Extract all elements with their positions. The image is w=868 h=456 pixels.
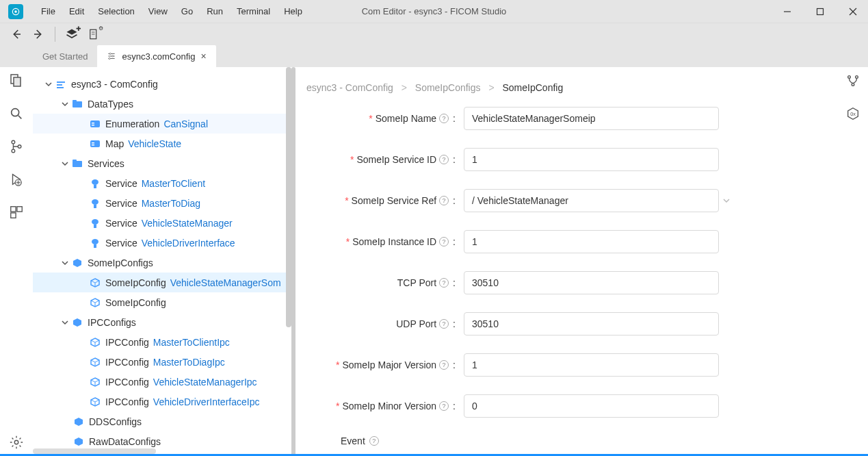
tree-link[interactable]: MasterToDiagIpc [153,357,225,368]
menu-go[interactable]: Go [176,3,198,19]
help-icon[interactable]: ? [439,319,449,329]
splitter[interactable] [291,67,295,456]
instance-id-input[interactable]: 1 [464,230,719,253]
svg-rect-28 [11,207,16,212]
minor-version-input[interactable]: 0 [464,394,719,418]
document-tool-icon[interactable]: ⚙ [86,26,102,42]
menu-selection[interactable]: Selection [92,3,140,19]
tree-link[interactable]: VehicleState [128,138,181,149]
svg-rect-39 [57,87,64,88]
tree-datatypes[interactable]: DataTypes [33,94,291,114]
tree-item-service[interactable]: Service MasterToClient [33,173,291,193]
tab-esync3-comconfig[interactable]: esync3.comConfig × [97,45,215,67]
menu-view[interactable]: View [143,3,173,19]
tree-link[interactable]: MasterToDiag [142,198,200,209]
breadcrumb-item[interactable]: esync3 - ComConfig [306,82,393,93]
menu-terminal[interactable]: Terminal [231,3,276,19]
help-icon[interactable]: ? [439,114,449,123]
help-icon[interactable]: ? [369,436,379,446]
explorer-icon[interactable] [7,71,26,90]
svg-rect-37 [57,81,65,83]
tree-link[interactable]: MasterToClient [142,178,205,189]
service-id-input[interactable]: 1 [464,148,719,171]
menu-run[interactable]: Run [201,3,228,19]
svg-point-53 [92,199,98,205]
tree-item-ipcconfig[interactable]: IPCConfig VehicleStateManagerIpc [33,372,291,392]
help-icon[interactable]: ? [439,155,449,164]
branch-icon[interactable] [843,71,863,90]
body: esync3 - ComConfig DataTypes Enumeration… [33,67,838,456]
extensions-icon[interactable] [7,203,26,222]
svg-rect-42 [90,121,100,127]
folder-icon [71,98,83,110]
svg-line-71 [95,340,99,342]
back-button[interactable] [8,26,25,42]
close-icon[interactable]: × [200,51,206,62]
hex-icon[interactable]: 0x [843,104,863,123]
minimize-button[interactable] [780,5,794,18]
svg-rect-46 [92,142,94,144]
tcp-port-input[interactable]: 30510 [464,271,719,294]
help-icon[interactable]: ? [439,237,449,246]
settings-gear-icon[interactable] [7,437,26,456]
source-control-icon[interactable] [7,137,26,156]
tree-item-ipcconfig[interactable]: IPCConfig MasterToClientIpc [33,332,291,352]
cube-icon [89,277,101,289]
someip-name-input[interactable]: VehicleStateManagerSomeip [464,107,719,130]
svg-point-51 [92,179,98,185]
tree-link[interactable]: VehicleStateManagerSom [170,277,281,288]
content-pane: esync3 - ComConfig > SomeIpConfigs > Som… [295,67,838,456]
tree-item-enumeration[interactable]: Enumeration CanSignal [33,114,291,134]
tree-someipconfigs[interactable]: SomeIpConfigs [33,253,291,273]
window-title: Com Editor - esync3 - FICOM Studio [362,6,507,16]
tree-item-someipconfig[interactable]: SomeIpConfig [33,292,291,312]
maximize-button[interactable] [813,5,827,18]
tree-link[interactable]: VehicleDriverInterface [142,238,235,249]
tree-item-ipcconfig[interactable]: IPCConfig VehicleDriverInterfaceIpc [33,392,291,411]
tree-ipcconfigs[interactable]: IPCConfigs [33,312,291,332]
service-ref-select[interactable]: / VehicleStateManager [464,189,719,212]
menu-edit[interactable]: Edit [64,3,90,19]
svg-line-65 [91,301,95,303]
tree-item-someipconfig-selected[interactable]: SomeIpConfig VehicleStateManagerSom [33,273,291,292]
udp-port-input[interactable]: 30510 [464,312,719,335]
tree-item-service[interactable]: Service VehicleDriverInterface [33,233,291,253]
tree-link[interactable]: VehicleDriverInterfaceIpc [153,396,260,407]
tree-item-service[interactable]: Service VehicleStateManager [33,213,291,233]
tree-link[interactable]: MasterToClientIpc [153,337,230,348]
menu-help[interactable]: Help [278,3,308,19]
help-icon[interactable]: ? [439,360,449,370]
tree-ddsconfigs[interactable]: DDSConfigs [33,411,291,431]
breadcrumb-item[interactable]: SomeIpConfigs [415,82,481,93]
tab-get-started[interactable]: Get Started [33,45,97,67]
tree-item-ipcconfig[interactable]: IPCConfig MasterToDiagIpc [33,352,291,372]
vscrollbar[interactable] [286,67,291,327]
help-icon[interactable]: ? [439,278,449,288]
tree-item-service[interactable]: Service MasterToDiag [33,193,291,213]
svg-rect-50 [94,185,96,188]
chevron-down-icon [59,101,71,107]
help-icon[interactable]: ? [439,401,449,411]
tree-label: DDSConfigs [89,416,142,427]
tree-root[interactable]: esync3 - ComConfig [33,74,291,94]
forward-button[interactable] [30,26,47,42]
box-icon [71,316,83,329]
svg-rect-40 [73,101,82,107]
major-version-input[interactable]: 1 [464,353,719,377]
debug-icon[interactable] [7,170,26,189]
hscrollbar[interactable] [33,448,156,454]
stack-tool-icon[interactable]: ✚ [64,26,80,42]
tree-services[interactable]: Services [33,153,291,173]
tree-link[interactable]: CanSignal [163,118,208,129]
menu-file[interactable]: File [36,3,61,19]
svg-point-14 [112,55,114,57]
tree-item-map[interactable]: Map VehicleState [33,134,291,153]
help-icon[interactable]: ? [439,196,449,205]
close-button[interactable] [846,5,860,18]
svg-rect-41 [73,100,77,102]
search-icon[interactable] [7,104,26,123]
tree-link[interactable]: VehicleStateManager [142,218,233,229]
tree-link[interactable]: VehicleStateManagerIpc [153,377,257,388]
cube-icon [89,356,101,368]
tree-type: Service [105,218,137,229]
